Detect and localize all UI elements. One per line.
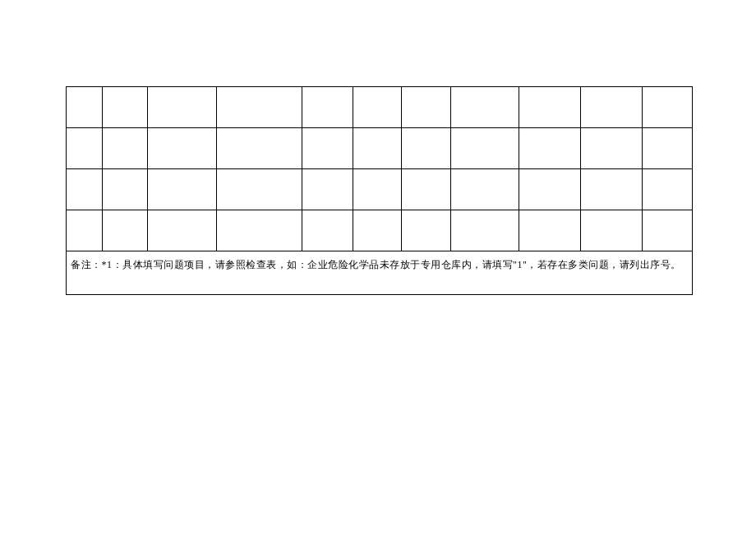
table-cell xyxy=(67,87,103,128)
table-cell xyxy=(67,128,103,169)
table-cell xyxy=(581,169,643,210)
table-cell xyxy=(451,210,519,251)
table-cell xyxy=(642,169,692,210)
table-cell xyxy=(302,210,353,251)
table-cell xyxy=(302,128,353,169)
table-cell xyxy=(216,210,302,251)
table-cell xyxy=(642,210,692,251)
table-cell xyxy=(216,87,302,128)
table-cell xyxy=(216,128,302,169)
table-cell xyxy=(353,210,402,251)
table-cell xyxy=(147,128,216,169)
table-row xyxy=(67,169,693,210)
table-note-row: 备注：*1：具体填写问题项目，请参照检查表，如：企业危险化学品未存放于专用仓库内… xyxy=(67,251,693,295)
table-cell xyxy=(216,169,302,210)
table-cell xyxy=(581,128,643,169)
table-cell xyxy=(302,169,353,210)
table-cell xyxy=(102,87,147,128)
table-cell xyxy=(451,169,519,210)
table-cell xyxy=(519,87,581,128)
table-cell xyxy=(353,87,402,128)
table-cell xyxy=(353,169,402,210)
table-cell xyxy=(451,87,519,128)
form-grid-table: 备注：*1：具体填写问题项目，请参照检查表，如：企业危险化学品未存放于专用仓库内… xyxy=(66,86,693,295)
form-table-container: 备注：*1：具体填写问题项目，请参照检查表，如：企业危险化学品未存放于专用仓库内… xyxy=(66,86,693,295)
table-cell xyxy=(581,87,643,128)
table-cell xyxy=(402,87,451,128)
table-cell xyxy=(519,210,581,251)
table-cell xyxy=(402,210,451,251)
table-row xyxy=(67,210,693,251)
table-cell xyxy=(67,210,103,251)
table-cell xyxy=(102,169,147,210)
table-row xyxy=(67,128,693,169)
note-cell: 备注：*1：具体填写问题项目，请参照检查表，如：企业危险化学品未存放于专用仓库内… xyxy=(67,251,693,295)
table-cell xyxy=(402,169,451,210)
table-cell xyxy=(642,128,692,169)
table-cell xyxy=(451,128,519,169)
table-cell xyxy=(519,169,581,210)
table-cell xyxy=(402,128,451,169)
table-cell xyxy=(67,169,103,210)
table-cell xyxy=(147,169,216,210)
note-text: 备注：*1：具体填写问题项目，请参照检查表，如：企业危险化学品未存放于专用仓库内… xyxy=(71,259,681,270)
table-cell xyxy=(302,87,353,128)
table-cell xyxy=(147,210,216,251)
table-cell xyxy=(581,210,643,251)
table-cell xyxy=(147,87,216,128)
table-cell xyxy=(102,128,147,169)
table-cell xyxy=(102,210,147,251)
table-cell xyxy=(353,128,402,169)
table-row xyxy=(67,87,693,128)
table-cell xyxy=(642,87,692,128)
table-cell xyxy=(519,128,581,169)
